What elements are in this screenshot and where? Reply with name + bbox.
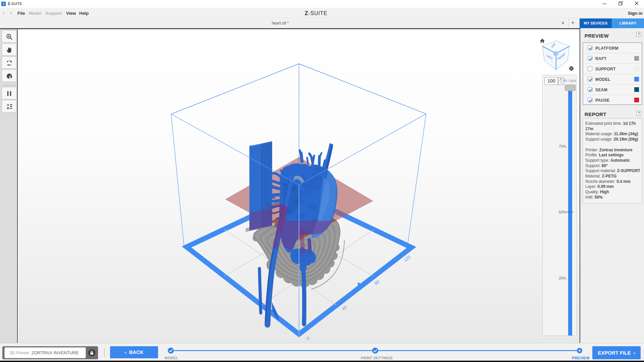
svg-text:0: 0 <box>306 335 311 341</box>
svg-text:40: 40 <box>341 305 348 312</box>
svg-text:80: 80 <box>374 279 381 286</box>
